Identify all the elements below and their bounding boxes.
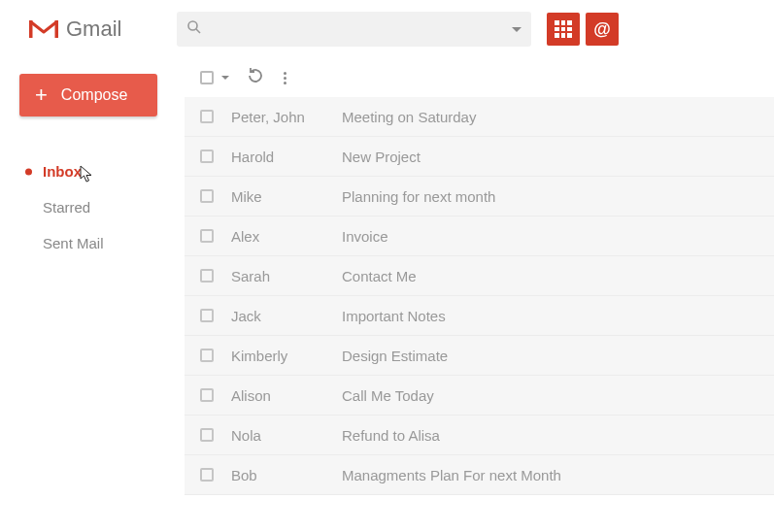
mail-row[interactable]: BobManagments Plan For next Month xyxy=(185,455,774,495)
at-sign-icon[interactable]: @ xyxy=(586,13,619,46)
mail-checkbox[interactable] xyxy=(200,229,214,243)
search-bar[interactable] xyxy=(177,12,531,47)
mail-sender: Bob xyxy=(231,467,342,483)
mail-row[interactable]: JackImportant Notes xyxy=(185,296,774,336)
mail-checkbox[interactable] xyxy=(200,309,214,322)
mail-subject: Meeting on Saturday xyxy=(342,109,774,125)
mail-row[interactable]: NolaRefund to Alisa xyxy=(185,416,774,455)
mail-row[interactable]: MikePlanning for next month xyxy=(185,177,774,216)
mail-row[interactable]: AlexInvoice xyxy=(185,216,774,256)
mail-sender: Alex xyxy=(231,228,342,245)
mail-sender: Harold xyxy=(231,149,342,165)
select-dropdown-caret-icon[interactable] xyxy=(221,76,229,80)
mail-sender: Kimberly xyxy=(231,348,342,364)
svg-rect-1 xyxy=(29,20,33,38)
nav-item-inbox[interactable]: Inbox xyxy=(19,153,173,189)
mail-row[interactable]: HaroldNew Project xyxy=(185,137,774,177)
mail-row[interactable]: Peter, JohnMeeting on Saturday xyxy=(185,97,774,137)
app-name: Gmail xyxy=(66,17,121,42)
mail-sender: Peter, John xyxy=(231,109,342,125)
mail-subject: Refund to Alisa xyxy=(342,427,774,444)
nav-item-label: Sent Mail xyxy=(43,235,104,251)
mail-subject: Design Estimate xyxy=(342,348,774,364)
mail-sender: Nola xyxy=(231,427,342,444)
mail-row[interactable]: SarahContact Me xyxy=(185,256,774,296)
mail-row[interactable]: AlisonCall Me Today xyxy=(185,376,774,416)
gmail-logo-icon xyxy=(29,18,58,40)
mail-list: Peter, JohnMeeting on SaturdayHaroldNew … xyxy=(185,97,774,495)
nav-item-label: Inbox xyxy=(43,163,82,180)
mail-checkbox[interactable] xyxy=(200,388,214,402)
mail-sender: Jack xyxy=(231,308,342,324)
mail-row[interactable]: KimberlyDesign Estimate xyxy=(185,336,774,376)
nav-item-starred[interactable]: Starred xyxy=(19,189,173,225)
mail-checkbox[interactable] xyxy=(200,428,214,442)
more-menu-icon[interactable] xyxy=(280,68,290,88)
mouse-cursor-icon xyxy=(80,165,93,183)
compose-button[interactable]: + Compose xyxy=(19,74,157,116)
nav-list: InboxStarredSent Mail xyxy=(19,153,173,261)
sidebar: + Compose InboxStarredSent Mail xyxy=(0,58,185,532)
mail-subject: New Project xyxy=(342,149,774,165)
mail-checkbox[interactable] xyxy=(200,189,214,203)
mail-subject: Managments Plan For next Month xyxy=(342,467,774,483)
search-input[interactable] xyxy=(202,21,512,37)
mail-checkbox[interactable] xyxy=(200,110,214,123)
mail-checkbox[interactable] xyxy=(200,150,214,163)
mail-checkbox[interactable] xyxy=(200,349,214,362)
mail-toolbar xyxy=(185,58,774,97)
mail-subject: Call Me Today xyxy=(342,387,774,404)
mail-subject: Planning for next month xyxy=(342,188,774,205)
main-panel: Peter, JohnMeeting on SaturdayHaroldNew … xyxy=(185,58,774,532)
plus-icon: + xyxy=(35,84,48,106)
header-action-icons: @ xyxy=(547,13,619,46)
svg-rect-2 xyxy=(55,20,59,38)
svg-line-4 xyxy=(196,29,200,33)
nav-item-sent-mail[interactable]: Sent Mail xyxy=(19,225,173,261)
refresh-icon[interactable] xyxy=(247,67,264,89)
svg-point-3 xyxy=(188,21,197,30)
search-options-caret-icon[interactable] xyxy=(512,27,522,32)
header: Gmail @ xyxy=(0,0,774,58)
mail-subject: Important Notes xyxy=(342,308,774,324)
mail-subject: Invoice xyxy=(342,228,774,245)
mail-subject: Contact Me xyxy=(342,268,774,284)
mail-sender: Sarah xyxy=(231,268,342,284)
mail-checkbox[interactable] xyxy=(200,269,214,283)
select-all-checkbox[interactable] xyxy=(200,71,214,84)
mail-sender: Mike xyxy=(231,188,342,205)
grid-apps-icon[interactable] xyxy=(547,13,580,46)
mail-checkbox[interactable] xyxy=(200,468,214,482)
svg-rect-0 xyxy=(29,18,58,40)
search-icon xyxy=(186,19,202,39)
logo[interactable]: Gmail xyxy=(29,17,165,42)
nav-item-label: Starred xyxy=(43,199,90,216)
compose-label: Compose xyxy=(61,86,127,104)
mail-sender: Alison xyxy=(231,387,342,404)
